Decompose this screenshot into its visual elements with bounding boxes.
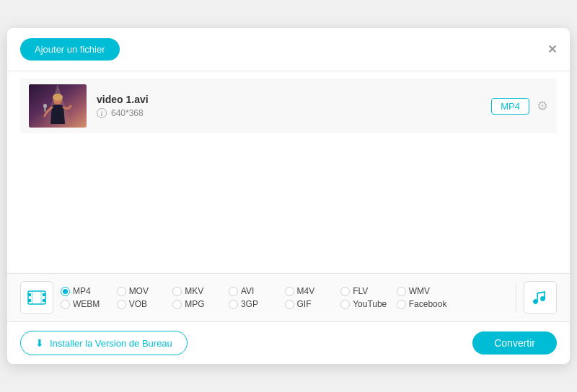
- radio-avi: [229, 287, 238, 296]
- svg-rect-6: [28, 291, 45, 304]
- settings-icon[interactable]: ⚙: [537, 98, 548, 114]
- radio-webm: [61, 300, 70, 309]
- format-option-flv[interactable]: FLV: [340, 286, 397, 296]
- format-option-avi[interactable]: AVI: [229, 286, 285, 296]
- download-icon: ⬇: [35, 337, 44, 349]
- film-icon: [27, 288, 47, 308]
- file-thumbnail: [29, 84, 87, 128]
- format-option-mpg[interactable]: MPG: [172, 299, 229, 309]
- video-format-icon[interactable]: [20, 281, 53, 314]
- svg-rect-10: [43, 299, 45, 302]
- file-resolution: 640*368: [111, 108, 144, 118]
- format-option-mp4[interactable]: MP4: [61, 286, 117, 296]
- file-item: video 1.avi i 640*368 MP4 ⚙: [20, 79, 557, 133]
- main-dialog: Ajouter un fichier ✕: [7, 28, 570, 364]
- install-label: Installer la Version de Bureau: [50, 338, 172, 349]
- file-list: video 1.avi i 640*368 MP4 ⚙: [7, 71, 570, 273]
- radio-flv: [340, 287, 350, 296]
- format-option-mov[interactable]: MOV: [117, 286, 173, 296]
- format-option-gif[interactable]: GIF: [285, 299, 341, 309]
- info-icon: i: [97, 108, 107, 118]
- radio-vob: [117, 300, 126, 309]
- footer: ⬇ Installer la Version de Bureau Convert…: [7, 321, 570, 364]
- radio-gif: [285, 300, 294, 309]
- format-option-mkv[interactable]: MKV: [172, 286, 229, 296]
- svg-rect-9: [43, 293, 45, 296]
- close-button[interactable]: ✕: [547, 44, 557, 55]
- radio-mp4: [61, 287, 70, 296]
- file-name: video 1.avi: [97, 94, 481, 105]
- format-option-webm[interactable]: WEBM: [61, 299, 117, 309]
- header: Ajouter un fichier ✕: [7, 28, 570, 71]
- format-divider: [516, 283, 516, 312]
- file-meta: i 640*368: [97, 108, 481, 118]
- music-format-icon[interactable]: [524, 281, 557, 314]
- svg-rect-8: [28, 299, 31, 302]
- svg-rect-7: [28, 293, 31, 296]
- svg-point-5: [43, 104, 47, 108]
- format-option-facebook[interactable]: Facebook: [397, 299, 453, 309]
- install-button[interactable]: ⬇ Installer la Version de Bureau: [20, 331, 188, 355]
- file-info: video 1.avi i 640*368: [97, 94, 481, 118]
- thumbnail-svg: [29, 84, 87, 128]
- music-note-icon: [531, 288, 550, 307]
- radio-facebook: [397, 300, 406, 309]
- radio-youtube: [340, 300, 350, 309]
- format-bar: MP4 MOV MKV AVI M4V FLV: [7, 273, 570, 321]
- radio-m4v: [285, 287, 294, 296]
- format-option-wmv[interactable]: WMV: [397, 286, 453, 296]
- radio-mpg: [172, 300, 182, 309]
- radio-wmv: [397, 287, 406, 296]
- radio-3gp: [229, 300, 238, 309]
- format-option-m4v[interactable]: M4V: [285, 286, 341, 296]
- add-file-button[interactable]: Ajouter un fichier: [20, 38, 120, 61]
- format-options: MP4 MOV MKV AVI M4V FLV: [61, 286, 508, 309]
- format-option-vob[interactable]: VOB: [117, 299, 173, 309]
- radio-mov: [117, 287, 126, 296]
- radio-mkv: [172, 287, 182, 296]
- svg-point-3: [53, 94, 63, 101]
- convert-button[interactable]: Convertir: [472, 331, 557, 355]
- file-actions: MP4 ⚙: [491, 98, 548, 115]
- format-option-youtube[interactable]: YouTube: [340, 299, 397, 309]
- format-option-3gp[interactable]: 3GP: [229, 299, 285, 309]
- format-badge-button[interactable]: MP4: [491, 98, 529, 115]
